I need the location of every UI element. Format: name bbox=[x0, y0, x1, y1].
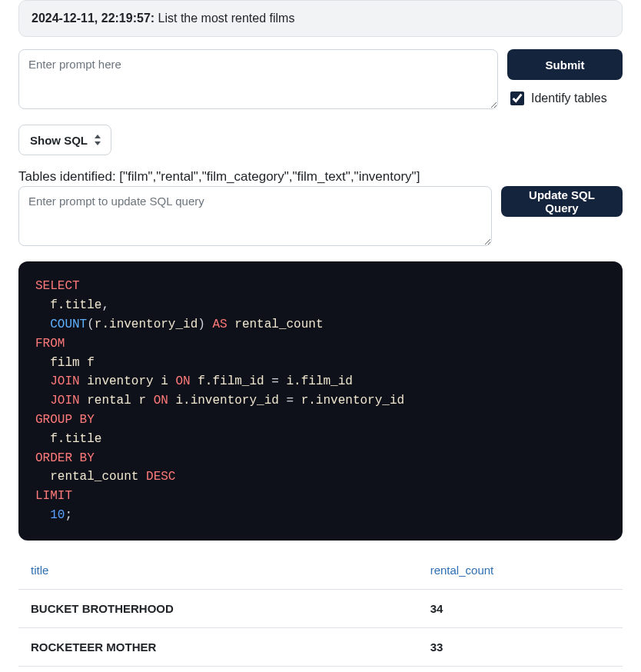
table-row: ROCKETEER MOTHER33 bbox=[18, 627, 623, 666]
table-cell: 32 bbox=[418, 666, 623, 672]
history-entry: 2024-12-11, 22:19:57: List the most rent… bbox=[18, 0, 623, 37]
prompt-input[interactable] bbox=[18, 49, 498, 109]
table-row: BUCKET BROTHERHOOD34 bbox=[18, 589, 623, 627]
results-table: titlerental_count BUCKET BROTHERHOOD34RO… bbox=[18, 551, 623, 672]
identify-tables-checkbox[interactable] bbox=[510, 91, 524, 105]
sql-code-block: SELECT f.title, COUNT(r.inventory_id) AS… bbox=[18, 261, 623, 540]
tables-identified: Tables identified: ["film","rental","fil… bbox=[18, 169, 623, 185]
submit-button[interactable]: Submit bbox=[507, 49, 623, 80]
column-header[interactable]: title bbox=[18, 551, 418, 590]
table-row: SCALAWAG DUCK32 bbox=[18, 666, 623, 672]
table-cell: BUCKET BROTHERHOOD bbox=[18, 589, 418, 627]
results-header-row: titlerental_count bbox=[18, 551, 623, 590]
table-cell: ROCKETEER MOTHER bbox=[18, 627, 418, 666]
column-header[interactable]: rental_count bbox=[418, 551, 623, 590]
history-timestamp: 2024-12-11, 22:19:57: bbox=[32, 12, 154, 25]
view-select-label: Show SQL bbox=[30, 134, 88, 147]
table-cell: 33 bbox=[418, 627, 623, 666]
update-sql-button[interactable]: Update SQL Query bbox=[501, 186, 623, 217]
chevron-up-down-icon bbox=[94, 135, 101, 145]
history-query: List the most rented films bbox=[158, 12, 295, 25]
identify-tables-label: Identify tables bbox=[531, 91, 607, 105]
identify-tables-option[interactable]: Identify tables bbox=[507, 89, 623, 108]
table-cell: 34 bbox=[418, 589, 623, 627]
view-select[interactable]: Show SQL bbox=[18, 125, 111, 155]
update-prompt-input[interactable] bbox=[18, 186, 492, 246]
table-cell: SCALAWAG DUCK bbox=[18, 666, 418, 672]
